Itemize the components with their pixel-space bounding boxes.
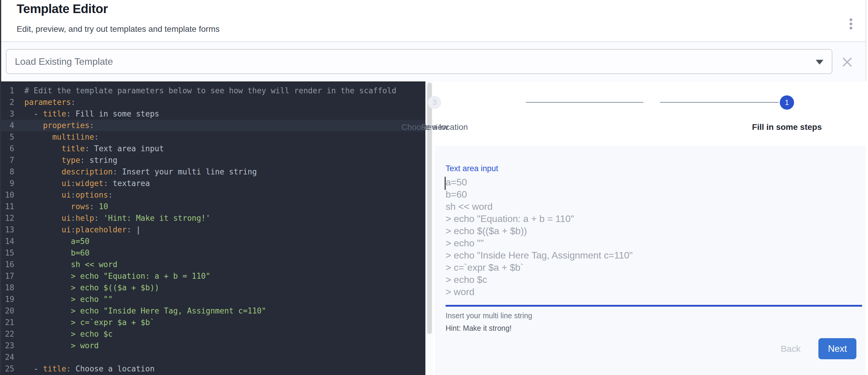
- line-number: 25: [1, 363, 14, 375]
- code-text: properties:: [14, 120, 94, 131]
- page-subtitle: Edit, preview, and try out templates and…: [17, 24, 219, 34]
- code-line[interactable]: 16 sh << word: [1, 259, 425, 271]
- header: Template Editor Edit, preview, and try o…: [1, 0, 866, 41]
- text-cursor: [445, 177, 445, 190]
- line-number: 15: [1, 247, 14, 259]
- main-content: 1# Edit the template parameters below to…: [1, 82, 866, 375]
- step-number: 1: [780, 95, 794, 110]
- stepper-connector: [526, 102, 644, 103]
- code-line[interactable]: 24: [1, 351, 425, 363]
- code-text: - title: Fill in some steps: [14, 108, 159, 120]
- kebab-menu-icon[interactable]: [845, 15, 857, 33]
- code-line[interactable]: 3 - title: Fill in some steps: [1, 108, 425, 120]
- line-number: 13: [1, 224, 14, 236]
- line-number: 4: [1, 120, 14, 131]
- scrollbar-thumb[interactable]: [427, 83, 432, 334]
- code-line[interactable]: 8 description: Insert your multi line st…: [1, 166, 425, 178]
- code-text: rows: 10: [14, 201, 108, 213]
- code-text: a=50: [14, 236, 89, 247]
- back-button[interactable]: Back: [776, 344, 805, 354]
- template-preview-panel: 1Fill in some steps2Choose a location3Re…: [435, 82, 866, 375]
- textarea-placeholder: a=50b=60sh << word> echo "Equation: a + …: [445, 176, 862, 298]
- step-label: Review: [421, 122, 448, 132]
- code-line[interactable]: 11 rows: 10: [1, 201, 425, 213]
- page-title: Template Editor: [17, 2, 108, 16]
- code-line[interactable]: 1# Edit the template parameters below to…: [1, 85, 425, 97]
- textarea-line: a=50: [445, 176, 862, 188]
- code-text: > echo "Equation: a + b = 110": [14, 271, 210, 282]
- code-line[interactable]: 10 ui:options:: [1, 189, 425, 201]
- line-number: 3: [1, 108, 14, 120]
- line-number: 18: [1, 282, 14, 293]
- textarea-line: > echo $(($a + $b)): [445, 225, 862, 237]
- code-line[interactable]: 25 - title: Choose a location: [1, 363, 425, 375]
- line-number: 8: [1, 166, 14, 178]
- step-label: Fill in some steps: [752, 122, 822, 132]
- code-text: > c=`expr $a + $b`: [14, 317, 154, 329]
- line-number: 21: [1, 317, 14, 329]
- line-number: 20: [1, 305, 14, 317]
- code-line[interactable]: 21 > c=`expr $a + $b`: [1, 317, 425, 329]
- textarea-line: > echo "": [445, 237, 862, 249]
- line-number: 19: [1, 293, 14, 305]
- textarea-line: > echo "Equation: a + b = 110": [445, 213, 862, 225]
- step-number: 3: [428, 96, 441, 109]
- multiline-textarea[interactable]: a=50b=60sh << word> echo "Equation: a + …: [445, 176, 862, 299]
- code-line[interactable]: 15 b=60: [1, 247, 425, 259]
- load-template-select[interactable]: Load Existing Template: [6, 49, 832, 74]
- line-number: 14: [1, 236, 14, 247]
- line-number: 24: [1, 351, 14, 363]
- code-text: > echo "Inside Here Tag, Assignment c=11…: [14, 305, 266, 317]
- line-number: 5: [1, 131, 14, 143]
- code-text: ui:options:: [14, 189, 113, 201]
- line-number: 10: [1, 189, 14, 201]
- code-line[interactable]: 18 > echo $(($a + $b)): [1, 282, 425, 293]
- code-line[interactable]: 7 type: string: [1, 155, 425, 166]
- code-line[interactable]: 23 > word: [1, 340, 425, 351]
- code-text: b=60: [14, 247, 89, 259]
- code-line[interactable]: 5 multiline:: [1, 131, 425, 143]
- code-line[interactable]: 2parameters:: [1, 97, 425, 108]
- code-line[interactable]: 9 ui:widget: textarea: [1, 178, 425, 189]
- code-text: title: Text area input: [14, 143, 164, 155]
- code-line[interactable]: 14 a=50: [1, 236, 425, 247]
- kebab-dot: [849, 19, 852, 21]
- code-line[interactable]: 22 > echo $c: [1, 329, 425, 340]
- line-number: 17: [1, 271, 14, 282]
- code-line[interactable]: 6 title: Text area input: [1, 143, 425, 155]
- next-button[interactable]: Next: [818, 338, 857, 359]
- textarea-line: > c=`expr $a + $b`: [445, 261, 862, 274]
- textarea-line: b=60: [445, 188, 862, 200]
- code-lines: 1# Edit the template parameters below to…: [1, 85, 425, 375]
- clear-icon[interactable]: [841, 56, 854, 69]
- code-text: ui:help: 'Hint: Make it strong!': [14, 213, 210, 224]
- code-text: > echo $(($a + $b)): [14, 282, 159, 293]
- code-editor[interactable]: 1# Edit the template parameters below to…: [1, 82, 425, 375]
- textarea-line: > echo "Inside Here Tag, Assignment c=11…: [445, 249, 862, 261]
- code-text: # Edit the template parameters below to …: [14, 85, 396, 97]
- textarea-line: sh << word: [445, 200, 862, 213]
- code-text: ui:widget: textarea: [14, 178, 150, 189]
- field-label: Text area input: [445, 164, 498, 173]
- kebab-dot: [849, 23, 852, 25]
- code-line[interactable]: 13 ui:placeholder: |: [1, 224, 425, 236]
- code-text: - title: Choose a location: [14, 363, 154, 375]
- line-number: 16: [1, 259, 14, 271]
- code-text: > echo $c: [14, 329, 113, 340]
- form-actions: Back Next: [776, 338, 857, 359]
- code-line[interactable]: 20 > echo "Inside Here Tag, Assignment c…: [1, 305, 425, 317]
- code-text: parameters:: [14, 97, 75, 108]
- code-line[interactable]: 19 > echo "": [1, 293, 425, 305]
- code-line[interactable]: 17 > echo "Equation: a + b = 110": [1, 271, 425, 282]
- code-line[interactable]: 12 ui:help: 'Hint: Make it strong!': [1, 213, 425, 224]
- form-section: Text area input a=50b=60sh << word> echo…: [435, 146, 866, 375]
- select-placeholder: Load Existing Template: [15, 56, 113, 67]
- line-number: 22: [1, 329, 14, 340]
- line-number: 6: [1, 143, 14, 155]
- line-number: 9: [1, 178, 14, 189]
- textarea-focus-underline: [445, 305, 862, 307]
- code-text: description: Insert your multi line stri…: [14, 166, 257, 178]
- template-editor-page: Template Editor Edit, preview, and try o…: [0, 0, 866, 375]
- code-line[interactable]: 4 properties:: [1, 120, 425, 131]
- code-text: sh << word: [14, 259, 117, 271]
